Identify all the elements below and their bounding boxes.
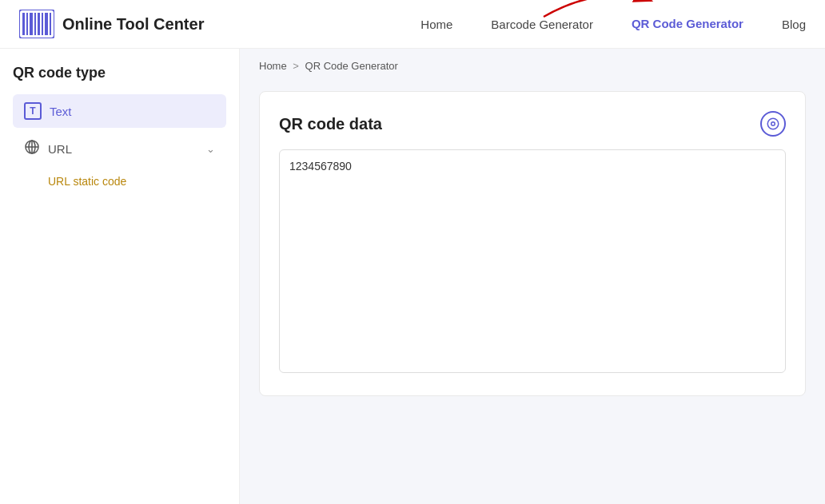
logo-area: Online Tool Center	[19, 10, 204, 38]
svg-rect-7	[45, 13, 48, 35]
main-nav: Home Barcode Generator QR Code Generator…	[420, 17, 806, 31]
breadcrumb-current: QR Code Generator	[305, 60, 398, 72]
main-content: Home > QR Code Generator QR code data 12…	[240, 49, 825, 504]
breadcrumb: Home > QR Code Generator	[240, 49, 825, 83]
globe-icon	[24, 139, 40, 159]
sidebar-item-url[interactable]: URL ⌄	[13, 131, 226, 167]
chevron-down-icon: ⌄	[206, 143, 215, 155]
text-type-icon: T	[24, 102, 42, 120]
sidebar-item-text-label: Text	[50, 105, 72, 118]
logo-text: Online Tool Center	[62, 15, 204, 34]
sidebar-title: QR code type	[13, 65, 226, 81]
header: Online Tool Center Home Barcode Generato…	[0, 0, 825, 49]
qr-code-card: QR code data 1234567890	[259, 91, 806, 396]
nav-home[interactable]: Home	[420, 18, 452, 31]
logo-icon	[19, 10, 54, 38]
svg-rect-3	[30, 13, 33, 35]
settings-icon	[766, 117, 780, 131]
qr-data-textarea[interactable]: 1234567890	[279, 149, 786, 373]
qr-settings-button[interactable]	[760, 111, 786, 137]
svg-point-14	[771, 122, 775, 126]
sidebar-item-url-label: URL	[48, 142, 72, 156]
page-layout: QR code type T Text URL ⌄ URL static cod…	[0, 49, 825, 504]
svg-rect-4	[34, 13, 36, 35]
svg-rect-2	[26, 13, 28, 35]
svg-rect-8	[50, 13, 51, 35]
nav-qr-code-generator[interactable]: QR Code Generator	[632, 17, 743, 30]
nav-barcode-generator[interactable]: Barcode Generator	[491, 18, 593, 31]
breadcrumb-home[interactable]: Home	[259, 60, 287, 72]
svg-rect-1	[22, 13, 25, 35]
nav-blog[interactable]: Blog	[782, 18, 806, 31]
breadcrumb-separator: >	[293, 60, 299, 72]
svg-rect-6	[42, 13, 43, 35]
qr-card-title: QR code data	[279, 115, 382, 133]
sidebar: QR code type T Text URL ⌄ URL static cod…	[0, 49, 240, 504]
url-static-code-link[interactable]: URL static code	[13, 170, 226, 192]
sidebar-item-text[interactable]: T Text	[13, 94, 226, 128]
qr-card-header: QR code data	[279, 111, 786, 137]
svg-point-15	[767, 118, 779, 129]
svg-rect-5	[38, 13, 40, 35]
